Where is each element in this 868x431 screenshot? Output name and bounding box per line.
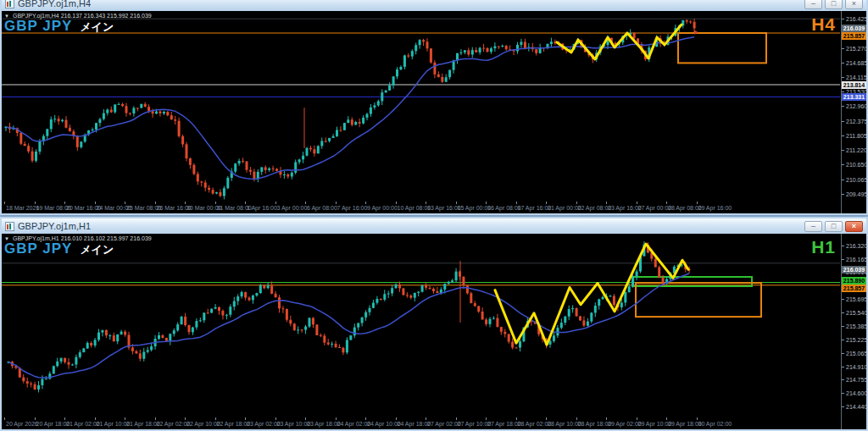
time-axis[interactable]: 18 Mar 202619 Mar 08:0020 Mar 16:0024 Ma…	[2, 202, 840, 213]
time-label: 15 Apr 00:00	[458, 205, 492, 211]
time-tick-dash	[336, 417, 337, 420]
time-tick-dash	[125, 417, 125, 420]
candles-layer	[8, 241, 691, 393]
titlebar-h4[interactable]: GBPJPY.oj1m,H4 – □ ×	[2, 0, 866, 11]
chart-window-icon	[5, 0, 14, 8]
price-tick: 216.165	[842, 256, 866, 263]
time-label: 28 Apr 08:00	[668, 205, 702, 211]
time-tick-dash	[546, 202, 547, 204]
price-tick: 212.375	[842, 118, 866, 125]
pair-label: GBP JPY	[4, 240, 72, 257]
time-tick-dash	[245, 417, 246, 420]
window-title: GBPJPY.oj1m,H4	[18, 0, 91, 8]
time-tick-dash	[666, 202, 667, 204]
price-tick: 215.695	[842, 296, 866, 303]
time-tick-dash	[155, 202, 156, 204]
close-button[interactable]: ×	[845, 0, 863, 9]
time-tick-dash	[185, 417, 186, 420]
time-label: 28 Apr 02:00	[518, 421, 552, 427]
pair-label: GBP JPY	[4, 18, 72, 35]
time-label: 22 Apr 10:00	[186, 421, 220, 427]
time-label: 29 Apr 18:00	[668, 421, 702, 427]
time-tick-dash	[95, 417, 96, 420]
drawn-rectangle[interactable]	[636, 283, 761, 317]
chart-window-h4: GBPJPY.oj1m,H4 – □ × ▼ GBPJPY.oj1m,H4 21…	[0, 0, 868, 215]
time-tick-dash	[637, 417, 637, 420]
time-tick-dash	[576, 202, 577, 204]
time-label: 24 Apr 02:00	[337, 421, 371, 427]
price-marker-green-level: 215.890	[842, 277, 866, 285]
chart-canvas-h4[interactable]	[2, 11, 840, 213]
price-tick: 214.600	[842, 390, 866, 397]
time-tick-dash	[486, 202, 487, 204]
time-label: 27 Apr 02:00	[427, 421, 461, 427]
main-watermark: メイン	[80, 19, 114, 35]
time-tick-dash	[215, 417, 216, 420]
time-label: 21 Apr 10:00	[97, 421, 131, 427]
time-label: 21 Apr 18:00	[126, 421, 160, 427]
price-tick: 214.440	[842, 403, 866, 411]
price-tick: 214.755	[842, 376, 866, 384]
chart-window-h1: GBPJPY.oj1m,H1 – □ × ▼ GBPJPY.oj1m,H1 21…	[0, 217, 868, 431]
price-tick: 209.495	[842, 191, 866, 198]
price-tick: 210.065	[842, 176, 866, 184]
time-label: 28 Apr 18:00	[578, 421, 612, 427]
minimize-button[interactable]: –	[804, 221, 822, 232]
pair-watermark: GBP JPY メイン	[4, 18, 114, 35]
timeframe-watermark: H4	[811, 14, 836, 35]
last-price-arrow	[694, 30, 698, 35]
time-tick-dash	[4, 417, 5, 420]
time-tick-dash	[125, 202, 125, 204]
chart-area-h1[interactable]: ▼ GBPJPY.oj1m,H1 216.010 216.102 215.997…	[2, 234, 866, 429]
price-scale[interactable]: 216.320216.165216.010215.695215.540215.3…	[841, 234, 866, 429]
window-title: GBPJPY.oj1m,H1	[18, 221, 91, 231]
time-tick-dash	[666, 417, 667, 420]
price-tick: 211.220	[842, 146, 866, 154]
maximize-button[interactable]: □	[825, 221, 843, 232]
time-tick-dash	[486, 417, 487, 420]
time-tick-dash	[365, 202, 366, 204]
time-tick-dash	[275, 202, 276, 204]
minimize-button[interactable]: –	[804, 0, 822, 9]
zigzag-line[interactable]	[495, 244, 688, 345]
price-level-lines[interactable]	[2, 19, 840, 97]
time-label: 10 Apr 08:00	[398, 205, 431, 211]
time-label: 7 Apr 16:00	[337, 205, 368, 211]
time-label: 21 Apr 00:00	[548, 205, 581, 211]
time-tick-dash	[546, 417, 547, 420]
time-label: 27 Apr 00:00	[638, 205, 672, 211]
time-tick-dash	[396, 417, 397, 420]
time-label: 29 Apr 02:00	[608, 421, 642, 427]
mdi-workspace: GBPJPY.oj1m,H4 – □ × ▼ GBPJPY.oj1m,H4 21…	[0, 0, 868, 431]
main-watermark: メイン	[80, 242, 114, 257]
price-level-lines[interactable]	[2, 263, 840, 285]
time-tick-dash	[606, 202, 607, 204]
titlebar-h1[interactable]: GBPJPY.oj1m,H1 – □ ×	[2, 218, 866, 234]
close-button[interactable]: ×	[845, 221, 863, 232]
time-label: 20 Apr 18:00	[36, 421, 70, 427]
ma-line[interactable]	[6, 37, 694, 180]
price-tick: 216.320	[842, 242, 866, 250]
maximize-button[interactable]: □	[825, 0, 843, 9]
time-label: 13 Apr 16:00	[427, 205, 461, 211]
time-tick-dash	[64, 417, 65, 420]
time-label: 23 Apr 18:00	[307, 421, 341, 427]
time-tick-dash	[365, 417, 366, 420]
time-axis[interactable]: 20 Apr 202620 Apr 18:0021 Apr 02:0021 Ap…	[2, 417, 840, 429]
time-tick-dash	[275, 417, 276, 420]
zigzag-line[interactable]	[557, 25, 682, 59]
price-scale[interactable]: 216.425215.270214.685214.115213.530212.9…	[841, 11, 866, 213]
time-label: 28 Apr 10:00	[548, 421, 581, 427]
time-tick-dash	[396, 202, 397, 204]
chart-area-h4[interactable]: ▼ GBPJPY.oj1m,H4 216.137 216.343 215.992…	[2, 11, 866, 213]
price-marker-white-level: 213.814	[842, 81, 866, 89]
chart-canvas-h1[interactable]	[2, 234, 840, 429]
time-label: 9 Apr 00:00	[367, 205, 398, 211]
time-label: 24 Apr 10:00	[367, 421, 401, 427]
time-label: 20 Apr 2026	[6, 421, 38, 427]
time-tick-dash	[516, 202, 517, 204]
time-label: 18 Mar 2026	[6, 205, 39, 211]
time-tick-dash	[456, 417, 457, 420]
time-tick-dash	[576, 417, 577, 420]
time-tick-dash	[637, 202, 637, 204]
